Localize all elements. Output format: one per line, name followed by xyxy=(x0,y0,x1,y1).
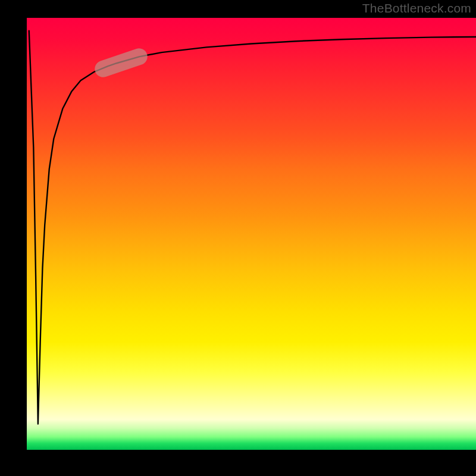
watermark-text: TheBottleneck.com xyxy=(362,1,471,15)
plot-region xyxy=(27,18,476,450)
chart-wrapper: TheBottleneck.com xyxy=(0,0,476,476)
gradient-background xyxy=(27,18,476,450)
